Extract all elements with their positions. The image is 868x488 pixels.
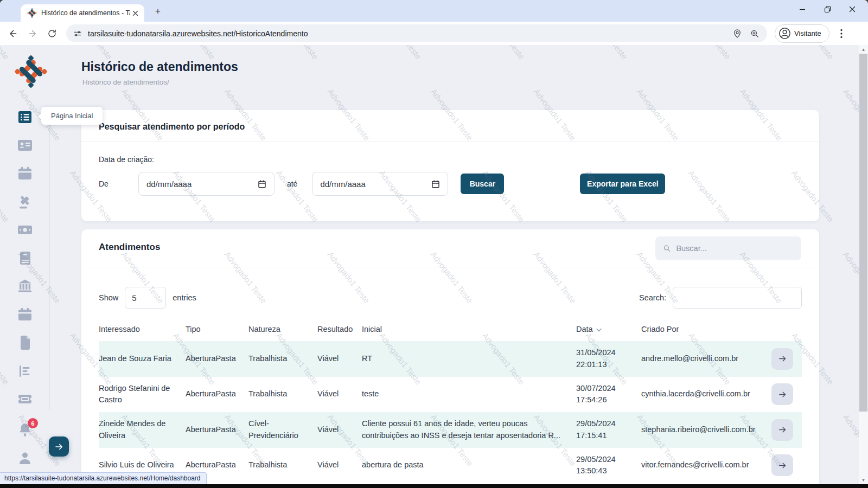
page-viewport: Advogado1 TesteAdvogado1 TesteAdvogado1 … [0,45,868,484]
browser-tab[interactable]: Histórico de atendimentos - Ta [21,4,144,22]
url-bar[interactable]: tarsilasuite-tudonatarsila.azurewebsites… [66,24,767,42]
cell-natureza: Trabalhista [248,341,317,377]
row-detail-button[interactable] [771,348,793,370]
sidebar-item-notifications[interactable]: 6 [17,422,33,438]
browser-menu-icon[interactable] [835,26,848,41]
sidebar-item-financeiro[interactable] [17,222,33,238]
col-header-interessado[interactable]: Interessado [99,320,186,341]
tab-close-icon[interactable] [130,8,140,18]
quick-search-input[interactable] [676,244,794,253]
table-row[interactable]: Rodrigo Stefanini de Castro AberturaPast… [99,377,802,413]
status-url-bubble: https://tarsilasuite-tudonatarsila.azure… [0,472,207,484]
cell-criado-por: cynthia.lacerda@crivelli.com.br [641,377,771,413]
page-title: Histórico de atendimentos [81,60,238,74]
col-header-inicial[interactable]: Inicial [362,320,576,341]
table-search-label: Search: [639,293,666,302]
cell-data: 30/07/202417:54:26 [576,377,641,413]
row-detail-button[interactable] [771,419,793,441]
calendar-alt-icon [17,306,33,323]
scrollbar-thumb[interactable] [859,54,867,412]
col-header-criado-por[interactable]: Criado Por [641,320,771,341]
table-row[interactable]: Zineide Mendes de Oliveira AberturaPasta… [99,412,802,448]
table-search-input[interactable] [673,287,802,309]
zoom-icon[interactable] [748,27,762,41]
ticket-icon [17,391,33,407]
cell-data: 29/05/202417:15:41 [576,412,641,448]
favicon-logo-icon [27,8,37,18]
cell-inicial: RT [362,341,576,377]
col-header-tipo[interactable]: Tipo [186,320,248,341]
scroll-down-arrow[interactable]: ▼ [859,476,868,484]
money-icon [17,222,33,238]
sidebar-item-processos[interactable] [17,194,33,210]
calendar-icon [17,165,33,182]
site-settings-icon[interactable] [73,29,82,38]
quick-search-box[interactable] [655,236,801,260]
cell-criado-por: stephania.ribeiro@crivelli.com.br [641,412,771,448]
cell-tipo: AberturaPasta [186,341,248,377]
cell-data: 31/05/202422:01:13 [576,341,641,377]
cell-tipo: AberturaPasta [186,412,248,448]
sidebar-item-instituicoes[interactable] [17,278,33,294]
cell-natureza: Cível-Previdenciário [248,412,317,448]
sidebar-item-atendimentos[interactable] [17,391,33,407]
creation-date-label: Data de criação: [99,155,802,164]
new-tab-button[interactable]: + [152,5,164,17]
table-row[interactable]: Jean de Souza Faria AberturaPasta Trabal… [99,341,802,377]
back-button[interactable] [5,26,21,41]
col-header-data[interactable]: Data [576,320,641,341]
show-label: Show [99,293,118,302]
export-excel-button[interactable]: Exportar para Excel [580,174,665,194]
date-from-input[interactable]: dd/mm/aaaa [138,172,275,196]
location-pin-icon[interactable] [730,27,744,41]
sidebar-item-home[interactable] [17,109,33,125]
close-button[interactable] [840,0,865,18]
atendimentos-card: Atendimentos Show entries Search: [81,229,819,484]
sidebar-item-relatorios[interactable] [17,363,33,379]
col-header-natureza[interactable]: Natureza [248,320,317,341]
sidebar-item-agenda[interactable] [17,165,33,182]
sidebar-expand-button[interactable] [49,436,69,457]
to-label: até [287,179,297,188]
date-to-input[interactable]: dd/mm/aaaa [312,172,448,196]
row-detail-button[interactable] [771,454,793,476]
restore-button[interactable] [815,0,840,18]
page-scrollbar[interactable]: ▲ ▼ [859,45,868,484]
browser-window: Histórico de atendimentos - Ta + tarsila… [0,0,868,488]
cell-inicial: Cliente possui 61 anos de idade, verteu … [362,412,576,448]
arrow-right-icon [778,390,787,399]
forward-button[interactable] [25,26,40,41]
scroll-up-arrow[interactable]: ▲ [859,45,868,54]
date-from-placeholder: dd/mm/aaaa [146,179,192,189]
col-header-resultado[interactable]: Resultado [317,320,362,341]
window-controls [790,0,865,18]
id-card-icon [17,137,33,153]
sidebar-item-profile[interactable] [17,450,33,466]
buscar-button[interactable]: Buscar [461,174,504,194]
minimize-button[interactable] [790,0,815,18]
cell-resultado: Viável [317,412,362,448]
url-text[interactable]: tarsilasuite-tudonatarsila.azurewebsites… [88,29,727,38]
sidebar-item-biblioteca[interactable] [17,250,33,266]
atendimentos-body: Jean de Souza Faria AberturaPasta Trabal… [99,341,802,483]
cell-data: 29/05/202413:50:43 [576,448,641,484]
date-to-placeholder: dd/mm/aaaa [320,179,365,189]
sidebar-item-documentos[interactable] [17,335,33,351]
sidebar-item-contacts[interactable] [17,137,33,153]
calendar-picker-icon[interactable] [431,179,440,188]
screen-bottom-edge [0,484,868,488]
profile-chip[interactable]: Visitante [775,24,829,43]
calendar-picker-icon[interactable] [258,179,266,188]
entries-count-input[interactable] [125,287,166,309]
entries-label: entries [173,293,196,302]
tab-strip: Histórico de atendimentos - Ta + [0,0,868,22]
reload-button[interactable] [44,26,60,41]
filter-card: Pesquisar atendimento por período Data d… [81,110,819,221]
col-header-actions [771,320,802,341]
sidebar-item-compromissos[interactable] [17,306,33,323]
row-detail-button[interactable] [771,383,793,405]
arrow-right-icon [54,442,64,452]
sort-desc-icon [596,328,602,332]
notification-badge: 6 [28,418,38,428]
file-icon [17,335,33,351]
